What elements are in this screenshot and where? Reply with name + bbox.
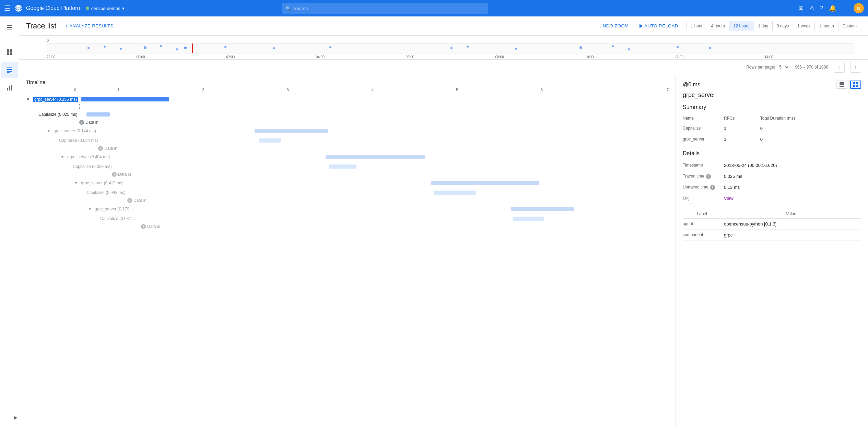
info-label-2: Data in bbox=[104, 146, 117, 151]
trace-row-3[interactable]: ▼ grpc_server (0.144 ms) bbox=[19, 126, 676, 136]
sidebar-item-dashboard[interactable] bbox=[1, 44, 18, 60]
detail-row-timestamp: Timestamp 2018-05-24 (00:00:16.626) bbox=[683, 160, 861, 171]
page-range: 966 – 970 of 1000 bbox=[795, 65, 828, 70]
alert-icon[interactable]: ⚠ bbox=[809, 4, 814, 12]
more-icon[interactable]: ⋮ bbox=[842, 4, 848, 12]
trace-label-7: grpc_server (0.419 ms) bbox=[81, 181, 129, 185]
info-label-4: Data in bbox=[133, 198, 146, 203]
expand-icon-7[interactable]: ▼ bbox=[74, 181, 80, 185]
help-icon[interactable]: ? bbox=[820, 5, 823, 12]
trace-row-1[interactable]: ▼ grpc_server (0.155 ms) bbox=[19, 95, 676, 104]
expand-icon-9[interactable]: ▼ bbox=[88, 207, 93, 211]
google-cloud-icon: GCP bbox=[14, 4, 23, 12]
grid-view-button[interactable] bbox=[850, 81, 861, 89]
trace-row-9[interactable]: ▼ grpc_server (0.179 … bbox=[19, 204, 676, 214]
page-title: Trace list bbox=[26, 22, 56, 30]
expand-icon-8: ▼ bbox=[80, 190, 85, 195]
trace-bar-9 bbox=[511, 207, 574, 211]
labels-col-label: Label bbox=[683, 209, 724, 219]
trace-label-5: grpc_server (0.404 ms) bbox=[67, 155, 115, 159]
time-range-1hour[interactable]: 1 hour bbox=[687, 21, 707, 31]
summary-row-capitalize: Capitalize 1 0 bbox=[683, 123, 861, 134]
hamburger-menu[interactable]: ☰ bbox=[4, 4, 10, 12]
svg-rect-14 bbox=[9, 86, 10, 90]
svg-rect-9 bbox=[7, 68, 12, 68]
search-bar[interactable]: 🔍 bbox=[282, 3, 488, 14]
overview-track[interactable] bbox=[47, 43, 854, 53]
trace-bar-7 bbox=[431, 181, 539, 185]
analyze-results-button[interactable]: + ANALYZE RESULTS bbox=[62, 21, 116, 31]
timeline-scale: 0 1 2 3 4 5 6 7 bbox=[19, 88, 676, 92]
trace-bar-area-6 bbox=[121, 164, 669, 169]
main-layout: ▶ Trace list + ANALYZE RESULTS UNDO ZOOM… bbox=[0, 16, 868, 427]
undo-zoom-button[interactable]: UNDO ZOOM bbox=[597, 21, 631, 30]
time-label-0400: 04:00 bbox=[316, 55, 406, 59]
project-selector[interactable]: census-demos ▾ bbox=[86, 6, 125, 11]
sidebar-expand-btn[interactable]: ▶ bbox=[14, 415, 17, 420]
bell-icon[interactable]: 🔔 bbox=[829, 4, 836, 12]
info-label-1: Data in bbox=[85, 120, 98, 125]
svg-rect-16 bbox=[840, 82, 844, 84]
trace-bar-6 bbox=[329, 164, 356, 169]
expand-icon-1[interactable]: ▼ bbox=[26, 97, 32, 102]
expand-icon-5[interactable]: ▼ bbox=[60, 155, 66, 159]
overview-zero-label: 0 bbox=[47, 38, 49, 42]
detail-key-traced: Traced time ? bbox=[683, 171, 724, 182]
label-value-agent: opencensus-python [0.1.3] bbox=[724, 219, 861, 230]
time-label-1200: 12:00 bbox=[675, 55, 765, 59]
trace-row-4[interactable]: ▼ Capitalize (0.024 ms) bbox=[19, 136, 676, 145]
label-key-agent: agent bbox=[683, 219, 724, 230]
detail-key-timestamp: Timestamp bbox=[683, 160, 724, 171]
summary-duration-capitalize: 0 bbox=[760, 123, 861, 134]
details-title: Details bbox=[683, 150, 861, 157]
trace-name-8: Capitalize (0.048 ms) bbox=[86, 190, 125, 195]
trace-label-6: Capitalize (0.029 ms) bbox=[73, 164, 121, 169]
sidebar-item-list[interactable] bbox=[1, 62, 18, 78]
trace-bar-area-2 bbox=[86, 112, 669, 117]
summary-col-name: Name bbox=[683, 114, 724, 123]
info-icon-3: i bbox=[112, 172, 117, 177]
scale-4: 4 bbox=[330, 88, 415, 92]
trace-label-10: Capitalize (0.037 … bbox=[100, 216, 148, 221]
svg-rect-2 bbox=[7, 25, 12, 26]
trace-name-4: Capitalize (0.024 ms) bbox=[59, 138, 98, 143]
trace-row-10[interactable]: ▼ Capitalize (0.037 … bbox=[19, 214, 676, 223]
sidebar-item-lines[interactable] bbox=[1, 19, 18, 36]
svg-rect-7 bbox=[7, 52, 9, 55]
expand-icon-3[interactable]: ▼ bbox=[47, 129, 52, 133]
rows-per-page-control: Rows per page: 5 10 25 bbox=[746, 64, 789, 70]
trace-row-8[interactable]: ▼ Capitalize (0.048 ms) bbox=[19, 188, 676, 197]
trace-label-3: grpc_server (0.144 ms) bbox=[54, 129, 102, 133]
svg-text:GCP: GCP bbox=[15, 7, 22, 10]
trace-row-5[interactable]: ▼ grpc_server (0.404 ms) bbox=[19, 152, 676, 162]
analyze-results-label: ANALYZE RESULTS bbox=[69, 23, 113, 28]
next-page-button[interactable]: › bbox=[850, 62, 861, 73]
mail-icon[interactable]: ✉ bbox=[798, 4, 804, 12]
trace-row-2[interactable]: ▼ Capitalize (0.025 ms) bbox=[19, 110, 676, 119]
trace-row-7[interactable]: ▼ grpc_server (0.419 ms) bbox=[19, 178, 676, 188]
list-view-button[interactable] bbox=[836, 81, 847, 89]
search-input[interactable] bbox=[294, 6, 484, 11]
timeline-title: Timeline bbox=[19, 79, 676, 88]
user-avatar[interactable]: U bbox=[854, 3, 864, 13]
summary-rpcs-grpc: 1 bbox=[724, 134, 760, 145]
time-range-1day[interactable]: 1 day bbox=[754, 21, 773, 31]
time-range-custom[interactable]: Custom bbox=[838, 21, 861, 31]
time-range-1week[interactable]: 1 week bbox=[793, 21, 815, 31]
time-range-3days[interactable]: 3 days bbox=[773, 21, 793, 31]
sidebar-item-chart[interactable] bbox=[1, 80, 18, 96]
time-range-1month[interactable]: 1 month bbox=[815, 21, 838, 31]
auto-reload-button[interactable]: AUTO RELOAD bbox=[637, 21, 681, 30]
time-range-12hours[interactable]: 12 hours bbox=[729, 21, 754, 31]
view-log-link[interactable]: View bbox=[724, 196, 734, 201]
info-label-5: Data in bbox=[147, 224, 160, 229]
summary-name-capitalize: Capitalize bbox=[683, 123, 724, 134]
scale-3: 3 bbox=[246, 88, 330, 92]
rows-per-page-select[interactable]: 5 10 25 bbox=[778, 64, 789, 70]
detail-value-timestamp: 2018-05-24 (00:00:16.626) bbox=[724, 160, 861, 171]
prev-page-button[interactable]: ‹ bbox=[834, 62, 845, 73]
label-value-component: grpc bbox=[724, 230, 861, 241]
time-range-4hours[interactable]: 4 hours bbox=[707, 21, 729, 31]
trace-row-6[interactable]: ▼ Capitalize (0.029 ms) bbox=[19, 162, 676, 171]
trace-bar-5 bbox=[326, 155, 425, 159]
